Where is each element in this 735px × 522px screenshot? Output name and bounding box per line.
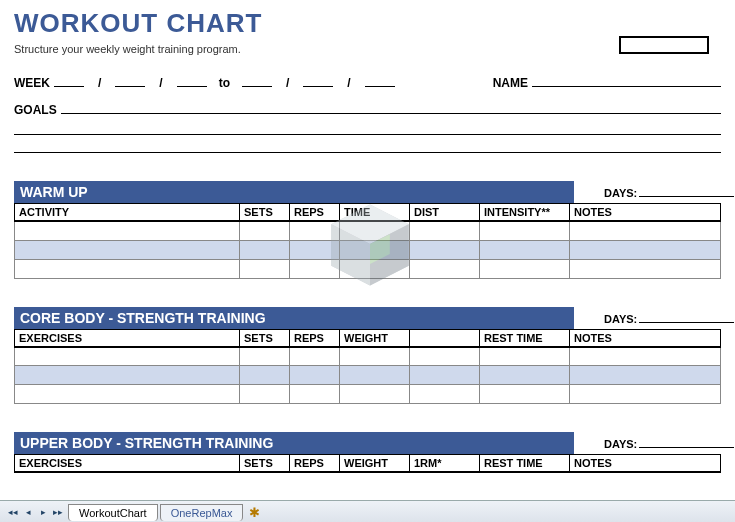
col-weight: WEIGHT xyxy=(340,455,410,473)
col-sets: SETS xyxy=(240,329,290,347)
section-warmup: WARM UP DAYS: ACTIVITY SETS REPS TIME DI… xyxy=(14,181,721,279)
col-intensity: INTENSITY** xyxy=(480,204,570,222)
col-notes: NOTES xyxy=(570,204,721,222)
week-to-3[interactable] xyxy=(365,73,395,87)
table-row[interactable] xyxy=(15,347,721,366)
col-notes: NOTES xyxy=(570,329,721,347)
section-title-warmup: WARM UP xyxy=(14,181,574,203)
tab-onerepmax[interactable]: OneRepMax xyxy=(160,504,244,521)
section-title-upper: UPPER BODY - STRENGTH TRAINING xyxy=(14,432,574,454)
to-label: to xyxy=(219,76,230,90)
table-row[interactable] xyxy=(15,240,721,259)
table-core: EXERCISES SETS REPS WEIGHT REST TIME NOT… xyxy=(14,329,721,405)
week-row: WEEK / / to / / NAME xyxy=(14,73,721,90)
col-blank xyxy=(410,329,480,347)
days-field-upper[interactable] xyxy=(639,436,734,448)
slash: / xyxy=(286,76,289,90)
tab-workoutchart[interactable]: WorkoutChart xyxy=(68,504,158,521)
col-activity: ACTIVITY xyxy=(15,204,240,222)
col-exercises: EXERCISES xyxy=(15,455,240,473)
page-title: WORKOUT CHART xyxy=(14,8,721,39)
sheet-tab-bar: ◂◂ ◂ ▸ ▸▸ WorkoutChart OneRepMax ✱ xyxy=(0,500,735,522)
week-to-2[interactable] xyxy=(303,73,333,87)
week-from-2[interactable] xyxy=(115,73,145,87)
table-warmup: ACTIVITY SETS REPS TIME DIST INTENSITY**… xyxy=(14,203,721,279)
col-notes: NOTES xyxy=(570,455,721,473)
table-row[interactable] xyxy=(15,385,721,404)
table-upper: EXERCISES SETS REPS WEIGHT 1RM* REST TIM… xyxy=(14,454,721,473)
name-label: NAME xyxy=(493,76,528,90)
days-label: DAYS: xyxy=(604,438,637,450)
col-1rm: 1RM* xyxy=(410,455,480,473)
page-subtitle: Structure your weekly weight training pr… xyxy=(14,43,721,55)
days-label: DAYS: xyxy=(604,313,637,325)
table-row[interactable] xyxy=(15,366,721,385)
insert-sheet-icon[interactable]: ✱ xyxy=(249,505,260,520)
section-upper: UPPER BODY - STRENGTH TRAINING DAYS: EXE… xyxy=(14,432,721,473)
week-from-3[interactable] xyxy=(177,73,207,87)
col-rest-time: REST TIME xyxy=(480,329,570,347)
col-dist: DIST xyxy=(410,204,480,222)
goals-field-2[interactable] xyxy=(14,119,721,135)
slash: / xyxy=(347,76,350,90)
goals-field-3[interactable] xyxy=(14,137,721,153)
col-rest-time: REST TIME xyxy=(480,455,570,473)
table-row[interactable] xyxy=(15,221,721,240)
week-label: WEEK xyxy=(14,76,50,90)
col-reps: REPS xyxy=(290,329,340,347)
nav-last-icon[interactable]: ▸▸ xyxy=(51,505,65,519)
col-reps: REPS xyxy=(290,204,340,222)
selection-box xyxy=(619,36,709,54)
nav-prev-icon[interactable]: ◂ xyxy=(21,505,35,519)
days-field-warmup[interactable] xyxy=(639,185,734,197)
days-label: DAYS: xyxy=(604,187,637,199)
col-reps: REPS xyxy=(290,455,340,473)
section-title-core: CORE BODY - STRENGTH TRAINING xyxy=(14,307,574,329)
col-sets: SETS xyxy=(240,204,290,222)
slash: / xyxy=(159,76,162,90)
goals-label: GOALS xyxy=(14,103,57,117)
col-sets: SETS xyxy=(240,455,290,473)
name-field[interactable] xyxy=(532,73,721,87)
col-weight: WEIGHT xyxy=(340,329,410,347)
week-from-1[interactable] xyxy=(54,73,84,87)
nav-first-icon[interactable]: ◂◂ xyxy=(6,505,20,519)
week-to-1[interactable] xyxy=(242,73,272,87)
section-core: CORE BODY - STRENGTH TRAINING DAYS: EXER… xyxy=(14,307,721,405)
days-field-core[interactable] xyxy=(639,311,734,323)
col-exercises: EXERCISES xyxy=(15,329,240,347)
table-row[interactable] xyxy=(15,259,721,278)
nav-next-icon[interactable]: ▸ xyxy=(36,505,50,519)
col-time: TIME xyxy=(340,204,410,222)
goals-field-1[interactable] xyxy=(61,100,721,114)
slash: / xyxy=(98,76,101,90)
